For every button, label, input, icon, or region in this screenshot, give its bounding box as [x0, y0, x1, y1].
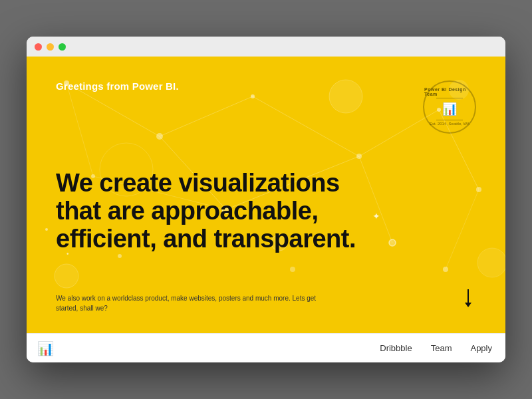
hero-section: ✦ • Greetings from Power BI. Power BI De…	[27, 57, 505, 333]
badge-line-bottom	[436, 120, 463, 120]
content-area: ✦ • Greetings from Power BI. Power BI De…	[27, 57, 505, 362]
greeting-text: Greetings from Power BI.	[56, 80, 179, 92]
power-bi-logo-icon: 📊	[37, 340, 54, 356]
arrow-line	[467, 289, 469, 303]
hero-headline: We create visualizationsthat are approac…	[56, 170, 388, 253]
badge-top-text: Power BI Design Team	[424, 87, 475, 96]
svg-point-20	[443, 267, 448, 272]
nav-link-dribbble[interactable]: Dribbble	[380, 343, 412, 353]
browser-window: ✦ • Greetings from Power BI. Power BI De…	[27, 37, 505, 362]
badge-chart-icon: 📊	[442, 102, 457, 116]
hero-top: Greetings from Power BI. Power BI Design…	[56, 80, 476, 134]
svg-point-22	[290, 267, 295, 272]
svg-point-23	[45, 228, 48, 231]
nav-link-apply[interactable]: Apply	[470, 343, 492, 353]
svg-point-29	[55, 264, 78, 288]
hero-subtext: We also work on a worldclass product, ma…	[56, 293, 322, 313]
arrow-head	[465, 303, 471, 307]
minimize-button[interactable]	[47, 43, 54, 51]
hero-bottom: We also work on a worldclass product, ma…	[56, 289, 476, 313]
nav-links: Dribbble Team Apply	[380, 343, 492, 353]
svg-point-14	[356, 154, 362, 159]
brand-badge: Power BI Design Team 📊 Est. 2014, Seattl…	[423, 80, 476, 134]
badge-bottom-text: Est. 2014, Seattle, WA	[430, 122, 469, 127]
svg-point-21	[118, 254, 122, 258]
scroll-arrow[interactable]	[460, 289, 476, 313]
titlebar	[27, 37, 505, 57]
svg-point-16	[476, 187, 481, 192]
nav-link-team[interactable]: Team	[431, 343, 452, 353]
badge-line-top	[436, 98, 463, 98]
hero-middle: We create visualizationsthat are approac…	[56, 170, 476, 253]
svg-point-12	[156, 133, 163, 140]
navbar: 📊 Dribbble Team Apply	[27, 333, 505, 362]
close-button[interactable]	[35, 43, 42, 51]
maximize-button[interactable]	[59, 43, 66, 51]
svg-point-30	[477, 248, 505, 277]
